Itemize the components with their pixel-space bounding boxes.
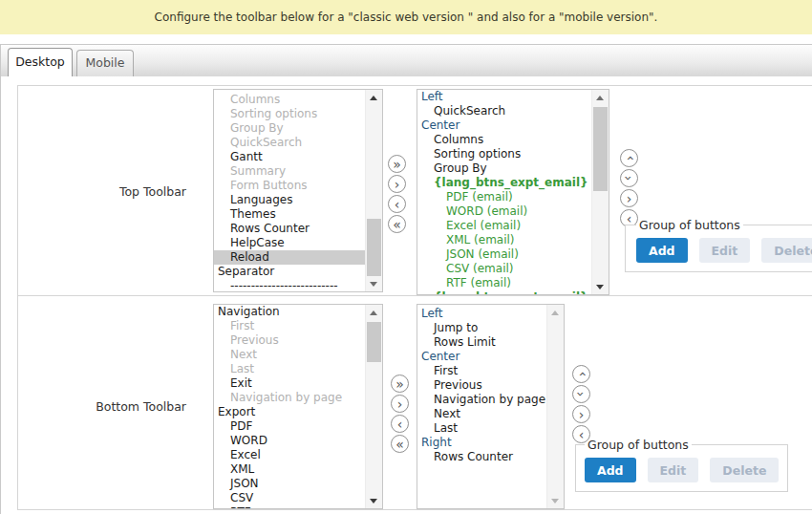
move-all-left-button[interactable]: « bbox=[391, 435, 409, 453]
list-item[interactable]: Next bbox=[214, 348, 366, 362]
list-item[interactable]: Rows Counter bbox=[417, 450, 547, 464]
list-item-partial[interactable]: RTF bbox=[214, 505, 366, 508]
scrollbar-thumb[interactable] bbox=[367, 219, 381, 276]
tab-mobile[interactable]: Mobile bbox=[76, 50, 134, 76]
scrollbar-thumb[interactable] bbox=[367, 322, 381, 362]
triangle-up-icon bbox=[596, 96, 604, 100]
scrollbar-thumb[interactable] bbox=[593, 107, 608, 191]
list-item[interactable]: Navigation bbox=[214, 305, 366, 319]
list-item[interactable]: Form Buttons bbox=[214, 179, 366, 193]
list-item[interactable]: Navigation by page bbox=[417, 393, 547, 407]
list-item[interactable]: Export bbox=[214, 405, 366, 419]
list-item[interactable]: Gantt bbox=[214, 150, 366, 164]
nest-right-button[interactable]: › bbox=[620, 189, 638, 207]
move-all-right-button[interactable]: » bbox=[391, 375, 409, 393]
move-up-button[interactable]: › bbox=[620, 149, 638, 167]
list-item[interactable]: {lang_btns_expt_email} bbox=[417, 176, 592, 190]
group-box-buttons: Add Edit Delete bbox=[636, 238, 812, 263]
list-item[interactable]: WORD bbox=[214, 434, 366, 448]
scroll-down-button[interactable] bbox=[366, 276, 381, 291]
list-item[interactable]: PDF (email) bbox=[417, 190, 592, 204]
list-item[interactable]: Sorting options bbox=[214, 107, 366, 121]
list-item[interactable]: First bbox=[214, 319, 366, 333]
move-all-left-button[interactable]: « bbox=[388, 215, 406, 233]
available-items-list[interactable]: ColumnsSorting optionsGroup ByQuickSearc… bbox=[213, 89, 383, 292]
add-button[interactable]: Add bbox=[636, 238, 688, 263]
list-item[interactable]: Themes bbox=[214, 207, 366, 222]
list-item[interactable]: Languages bbox=[214, 193, 366, 207]
delete-button[interactable]: Delete bbox=[761, 238, 812, 263]
edit-button[interactable]: Edit bbox=[648, 458, 699, 482]
list-item-selected[interactable]: Reload bbox=[214, 250, 366, 265]
list-item[interactable]: Group By bbox=[417, 161, 592, 176]
move-down-button[interactable]: › bbox=[620, 169, 638, 187]
list-item[interactable]: QuickSearch bbox=[417, 104, 592, 118]
list-item[interactable]: Excel (email) bbox=[417, 219, 592, 233]
list-item[interactable]: WORD (email) bbox=[417, 204, 592, 219]
nest-right-button[interactable]: › bbox=[572, 405, 590, 423]
list-item[interactable]: CSV bbox=[214, 491, 366, 505]
list-item-partial[interactable]: {lang_btns_expt_email} bbox=[417, 290, 592, 294]
move-all-right-button[interactable]: » bbox=[388, 155, 406, 173]
list-item[interactable]: XML (email) bbox=[417, 233, 592, 247]
list-item[interactable]: Columns bbox=[417, 133, 592, 147]
move-left-button[interactable]: ‹ bbox=[388, 195, 406, 213]
list-item[interactable]: JSON bbox=[214, 477, 366, 491]
list-item[interactable]: PDF bbox=[214, 419, 366, 434]
list-item[interactable]: Last bbox=[214, 362, 366, 376]
available-items-list[interactable]: NavigationFirstPreviousNextLastExitNavig… bbox=[213, 304, 383, 509]
scroll-down-button[interactable] bbox=[366, 493, 381, 508]
scroll-up-button[interactable] bbox=[366, 90, 381, 105]
assigned-items-list[interactable]: LeftJump toRows LimitCenterFirstPrevious… bbox=[417, 304, 565, 509]
scrollbar[interactable] bbox=[365, 90, 382, 291]
list-item[interactable]: Excel bbox=[214, 448, 366, 462]
list-item[interactable]: Rows Counter bbox=[214, 222, 366, 236]
list-item[interactable]: Rows Limit bbox=[417, 335, 547, 350]
list-item[interactable]: Previous bbox=[214, 333, 366, 348]
move-right-button[interactable]: › bbox=[388, 175, 406, 193]
assigned-items-list[interactable]: LeftQuickSearchCenterColumnsSorting opti… bbox=[417, 89, 609, 295]
move-down-button[interactable]: › bbox=[572, 385, 590, 403]
list-item[interactable]: Center bbox=[417, 350, 547, 364]
delete-button[interactable]: Delete bbox=[710, 458, 779, 482]
scroll-down-button[interactable] bbox=[592, 279, 608, 294]
list-item[interactable]: CSV (email) bbox=[417, 262, 592, 276]
scroll-up-button[interactable] bbox=[547, 305, 563, 320]
list-item[interactable]: Center bbox=[417, 118, 592, 133]
list-item[interactable]: First bbox=[417, 364, 547, 378]
list-item[interactable]: Left bbox=[417, 90, 592, 104]
list-item[interactable]: Navigation by page bbox=[214, 391, 366, 405]
list-item[interactable]: -------------------------- bbox=[214, 279, 366, 291]
scrollbar[interactable] bbox=[546, 305, 564, 508]
list-item[interactable]: Last bbox=[417, 421, 547, 436]
move-left-button[interactable]: ‹ bbox=[391, 415, 409, 433]
list-item[interactable]: Columns bbox=[214, 93, 366, 107]
add-button[interactable]: Add bbox=[585, 458, 636, 482]
scrollbar[interactable] bbox=[591, 90, 609, 294]
list-item[interactable]: Previous bbox=[417, 378, 547, 393]
list-item[interactable]: Left bbox=[417, 307, 547, 321]
list-item[interactable]: HelpCase bbox=[214, 236, 366, 250]
list-item[interactable]: XML bbox=[214, 462, 366, 477]
scroll-up-button[interactable] bbox=[592, 90, 608, 105]
section-label: Top Toolbar bbox=[18, 184, 186, 199]
move-up-button[interactable]: › bbox=[572, 365, 590, 383]
list-item[interactable]: Jump to bbox=[417, 321, 547, 335]
list-item[interactable]: Separator bbox=[214, 265, 366, 279]
list-item[interactable]: Sorting options bbox=[417, 147, 592, 161]
move-right-button[interactable]: › bbox=[391, 395, 409, 413]
list-item[interactable]: Next bbox=[417, 407, 547, 421]
scroll-up-button[interactable] bbox=[366, 305, 381, 320]
scrollbar[interactable] bbox=[365, 305, 382, 508]
list-item[interactable]: RTF (email) bbox=[417, 276, 592, 290]
tab-desktop[interactable]: Desktop bbox=[8, 48, 73, 76]
list-item[interactable]: Right bbox=[417, 436, 547, 450]
scroll-down-button[interactable] bbox=[547, 493, 563, 508]
list-item[interactable]: Summary bbox=[214, 164, 366, 179]
list-item[interactable]: JSON (email) bbox=[417, 247, 592, 262]
list-item[interactable]: Exit bbox=[214, 376, 366, 391]
triangle-up-icon bbox=[551, 311, 559, 315]
edit-button[interactable]: Edit bbox=[699, 238, 751, 263]
list-item[interactable]: Group By bbox=[214, 121, 366, 136]
list-item[interactable]: QuickSearch bbox=[214, 136, 366, 150]
